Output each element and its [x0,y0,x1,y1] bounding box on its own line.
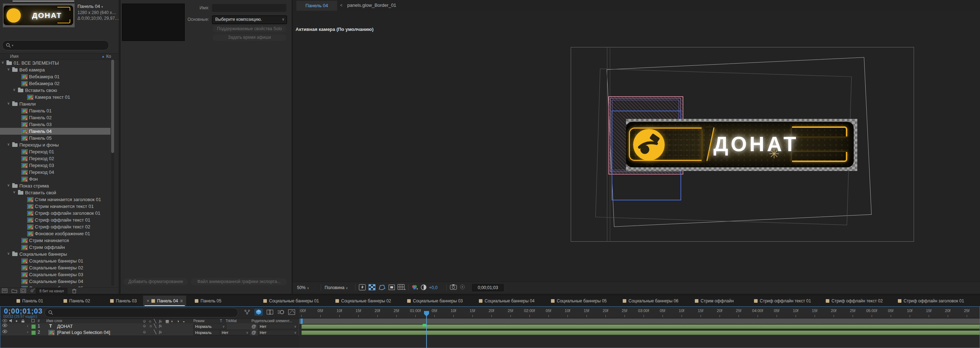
tree-item[interactable]: ∨Показ стрима [0,182,110,189]
eye-icon[interactable] [3,324,7,327]
timeline-tab[interactable]: Стрим оффлайн [691,295,737,306]
export-motion-graphics-button[interactable]: Файл анимированной графики экспорта... [191,278,287,285]
fast-preview-icon[interactable] [359,284,366,291]
timeline-tab[interactable]: Стриф оффлайн текст 01 [751,295,815,306]
interpret-footage-icon[interactable] [2,288,8,293]
project-scrollbar[interactable] [111,60,114,286]
breadcrumb[interactable]: panels.glow_Border_01 [347,3,396,8]
tree-item[interactable]: Камера текст 01 [0,94,110,101]
timeline-tab-label[interactable]: Стриф оффлайн заголовок 01 [904,299,964,303]
layer-row-donat[interactable]: › 1 T ДОНАТ ☺ ☼ ╲ fx Нормаль∨ @ Нет∨ [0,323,299,330]
column-comment[interactable]: Ком [106,54,111,59]
timeline-tab-label[interactable]: Панель 01 [22,299,43,303]
timeline-search[interactable] [45,308,238,318]
timeline-tab-label[interactable]: Стриф оффлайн текст 01 [760,299,811,303]
layer-name[interactable]: ДОНАТ [57,324,73,329]
timeline-tab[interactable]: Панель 05 [191,295,225,306]
collapse-column-icon[interactable]: ☼ [148,319,152,323]
timeline-track-area[interactable]: 0:00f05f10f15f20f25f01:00f05f10f15f20f25… [299,307,980,348]
3d-column-icon[interactable]: ◒ [183,319,185,323]
tree-item[interactable]: Фоновое изображение 01 [0,230,110,237]
column-name[interactable]: Имя [10,54,18,59]
panel-menu-icon[interactable]: ≡ [180,299,183,303]
transparency-grid-icon[interactable] [368,284,375,291]
tree-item[interactable]: Стрим начинается [0,237,110,244]
tree-item[interactable]: Панель 02 [0,114,110,121]
timeline-tab-label[interactable]: Панель 04 [157,299,178,303]
parent-pickwhip-icon[interactable]: @ [251,324,256,329]
timeline-search-input[interactable] [57,309,234,316]
new-folder-icon[interactable] [11,288,17,293]
eye-icon[interactable] [3,319,7,322]
twirl-down-icon[interactable]: ∨ [7,101,10,105]
project-search-input[interactable] [17,41,104,49]
shy-switch-icon[interactable]: ☺ [142,330,146,334]
expand-layer-icon[interactable]: › [27,330,28,334]
show-snapshot-icon[interactable] [459,284,466,290]
tree-item[interactable]: Стриф оффлайн текст 02 [0,223,110,230]
donate-banner[interactable]: ДОНАТ [626,119,858,171]
tree-item[interactable]: Социальные баннеры 04 [0,278,110,285]
timeline-tab-label[interactable]: Стриф оффлайн текст 02 [832,299,883,303]
blend-mode-select[interactable]: Нормаль∨ [193,324,226,329]
tree-item[interactable]: Панель 05 [0,135,110,142]
region-of-interest-icon[interactable] [388,284,395,291]
mask-visibility-icon[interactable] [378,284,386,291]
timeline-tab[interactable]: Социальные баннеры 01 [260,295,323,306]
timeline-tab-label[interactable]: Панель 05 [200,299,221,303]
tree-item[interactable]: ∨Панели [0,101,110,107]
audio-icon[interactable] [9,319,13,322]
scrollbar-thumb[interactable] [111,60,114,153]
shy-switch-icon[interactable]: ☺ [142,324,146,328]
tree-item[interactable]: Стим начинается заголовок 01 [0,196,110,203]
timeline-tab-label[interactable]: Стрим оффлайн [700,299,733,303]
search-options-icon[interactable]: ▾ [12,44,13,47]
timeline-tab[interactable]: ×Панель 04≡ [143,295,186,306]
timeline-tab-label[interactable]: Социальные баннеры 02 [341,299,391,303]
layer-label-color[interactable] [31,324,36,329]
parent-pickwhip-icon[interactable]: @ [251,330,256,335]
twirl-down-icon[interactable]: ∨ [7,183,10,187]
tree-item[interactable]: Переход 04 [0,169,110,176]
color-depth-selector[interactable]: 8 бит на канал [36,288,67,294]
quality-switch-icon[interactable]: ╲ [154,330,156,334]
tree-item[interactable]: Переход 01 [0,148,110,155]
tree-item[interactable]: Стрим оффлайн [0,244,110,251]
delete-icon[interactable] [72,288,77,294]
layer-duration-bar[interactable] [301,324,980,329]
template-name-input[interactable] [214,5,285,11]
tree-item[interactable]: Социальные баннеры 05 [0,285,110,287]
exposure-value[interactable]: +0,0 [429,285,438,290]
graph-editor-icon[interactable] [287,308,296,316]
composition-back-icon[interactable]: < [340,3,342,8]
magnification-select[interactable]: 50% ∨ [297,285,309,290]
tree-item[interactable]: Стриф оффлайн заголовок 01 [0,210,110,217]
resolution-select[interactable]: Половина ∨ [325,285,348,290]
project-search[interactable]: ▾ [2,40,109,50]
template-name-field[interactable] [212,4,286,12]
grid-guides-icon[interactable] [398,284,406,291]
twirl-down-icon[interactable]: ∨ [7,142,10,146]
viewer-canvas[interactable]: Активная камера (По умолчанию) [293,11,980,282]
timeline-tab[interactable]: Стриф оффлайн заголовок 01 [894,295,968,306]
tree-item[interactable]: Социальные баннеры 02 [0,264,110,271]
tree-item[interactable]: Стриф оффлайн текст 01 [0,217,110,223]
sort-ascending-icon[interactable]: ▲ [102,54,105,58]
timeline-tab[interactable]: Социальные баннеры 06 [619,295,682,306]
project-settings-icon[interactable] [30,288,35,293]
timeline-tab[interactable]: Стриф оффлайн текст 02 [822,295,886,306]
parent-select[interactable]: Нет∨ [258,324,298,329]
snapshot-icon[interactable] [450,284,457,290]
motion-blur-icon[interactable] [277,308,285,316]
timeline-tab-label[interactable]: Социальные баннеры 05 [557,299,606,303]
label-column-icon[interactable] [31,319,35,322]
mode-column[interactable]: Режим [193,319,204,323]
add-formatting-button[interactable]: Добавить форматирование [123,278,188,285]
track-matte-select[interactable]: Нет∨ [220,330,250,335]
motion-blur-column-icon[interactable]: ◐ [171,319,173,323]
tree-item[interactable]: Панель 03 [0,121,110,128]
effects-switch-icon[interactable]: fx [159,324,162,328]
effects-column-icon[interactable]: fx [159,319,162,323]
work-area-start-handle[interactable] [301,319,303,324]
tree-item[interactable]: Стрим начинается текст 01 [0,203,110,210]
